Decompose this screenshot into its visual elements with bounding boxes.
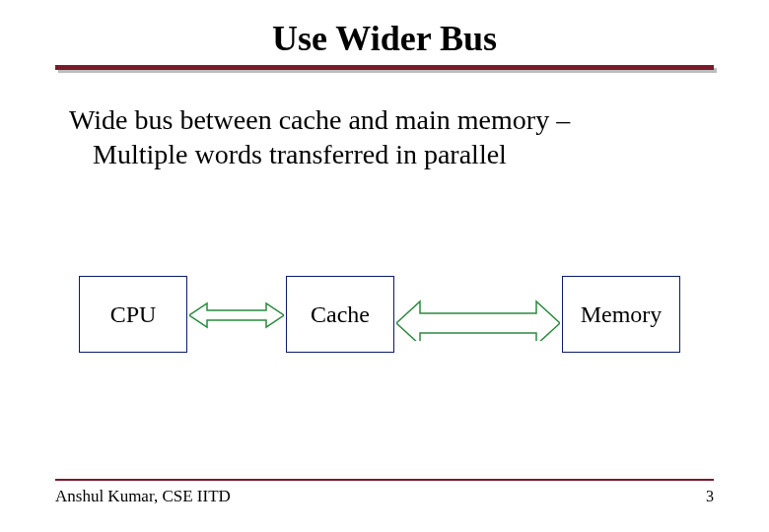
title-rule: [55, 65, 714, 75]
memory-label: Memory: [581, 301, 663, 328]
slide-title: Use Wider Bus: [0, 0, 769, 65]
bidirectional-wide-arrow-icon: [396, 290, 560, 341]
svg-marker-0: [189, 303, 284, 327]
body-line-1: Wide bus between cache and main memory –: [69, 104, 570, 135]
footer-row: Anshul Kumar, CSE IITD 3: [55, 487, 714, 506]
bidirectional-arrow-icon: [189, 298, 284, 333]
cache-label: Cache: [311, 301, 370, 328]
footer-rule: [55, 479, 714, 481]
bus-diagram: CPU Cache Memory: [79, 276, 690, 365]
slide: Use Wider Bus Wide bus between cache and…: [0, 0, 769, 532]
footer: Anshul Kumar, CSE IITD 3: [55, 479, 714, 506]
svg-marker-1: [396, 301, 560, 341]
title-rule-bar: [55, 65, 714, 70]
page-number: 3: [706, 488, 714, 505]
cache-box: Cache: [286, 276, 394, 353]
body-line-2: Multiple words transferred in parallel: [69, 137, 700, 171]
footer-author: Anshul Kumar, CSE IITD: [55, 487, 231, 506]
body-text: Wide bus between cache and main memory –…: [69, 102, 700, 171]
cpu-label: CPU: [110, 301, 157, 328]
cpu-box: CPU: [79, 276, 187, 353]
memory-box: Memory: [562, 276, 680, 353]
